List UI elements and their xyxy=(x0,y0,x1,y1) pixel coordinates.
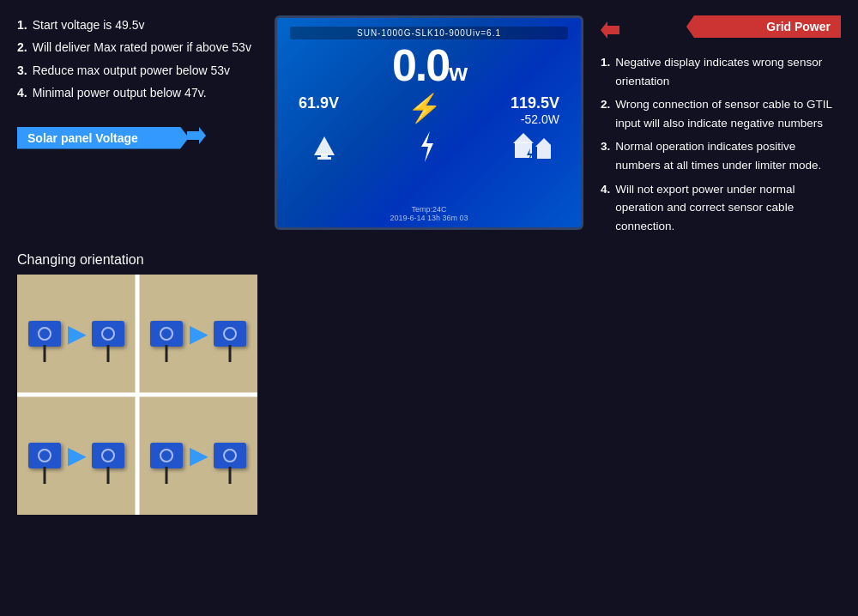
list-item: 4. Will not export power under normal op… xyxy=(601,180,841,236)
sensor-block-tl xyxy=(28,321,61,347)
sensor-block-br xyxy=(150,443,183,468)
metric-center: ⚡ xyxy=(408,94,442,122)
list-text: Negative display indicates wrong sensor … xyxy=(615,53,841,90)
grid-cell-br: ▶ xyxy=(139,396,257,515)
footer-line1: Temp:24C xyxy=(277,205,581,214)
list-text: Start voltage is 49.5v xyxy=(33,15,145,34)
grid-cell-bl: ▶ xyxy=(17,396,136,515)
list-text: Normal operation indicates positive numb… xyxy=(615,137,841,174)
list-item: 3. Reduce max output power below 53v xyxy=(17,61,257,80)
arrow-tl: ▶ xyxy=(68,321,85,347)
orientation-label: Changing orientation xyxy=(17,252,275,268)
list-num: 1. xyxy=(601,53,610,90)
list-item: 2. Wrong connection of sensor cable to G… xyxy=(601,95,841,132)
footer-line2: 2019-6-14 13h 36m 03 xyxy=(277,214,581,222)
metric-right: 119.5V -52.0W xyxy=(511,94,559,126)
arrow-right-icon xyxy=(187,126,206,145)
list-item: 2. Will deliver Max rated power if above… xyxy=(17,38,257,57)
list-text: Wrong connection of sensor cable to GTIL… xyxy=(615,95,841,132)
bottom-left: Changing orientation ▶ xyxy=(17,249,275,607)
svg-rect-3 xyxy=(317,157,331,160)
right-list: 1. Negative display indicates wrong sens… xyxy=(601,53,841,240)
sensor-block-tl2 xyxy=(92,321,124,347)
metric-left-value: 61.9V xyxy=(299,94,339,112)
svg-marker-4 xyxy=(421,131,433,162)
sensor-block-bl2 xyxy=(92,443,124,468)
arrow-left-icon xyxy=(601,21,619,39)
list-item: 3. Normal operation indicates positive n… xyxy=(601,137,841,174)
sensor-block-tr xyxy=(150,321,183,347)
solar-panel-label: Solar panel Voltage xyxy=(17,127,189,149)
left-column: 1. Start voltage is 49.5v 2. Will delive… xyxy=(17,15,257,240)
grid-cell-tr: ▶ xyxy=(139,275,257,393)
metric-right-value2: -52.0W xyxy=(511,112,559,126)
panel-icon xyxy=(307,130,341,170)
top-section: 1. Start voltage is 49.5v 2. Will delive… xyxy=(0,0,858,249)
sensor-block-br2 xyxy=(214,443,246,468)
metrics-row: 61.9V ⚡ 119.5V -52.0W xyxy=(290,94,568,126)
metric-left: 61.9V xyxy=(299,94,339,112)
svg-marker-0 xyxy=(187,127,206,144)
list-item: 1. Negative display indicates wrong sens… xyxy=(601,53,841,90)
sensor-block-bl xyxy=(28,443,61,468)
display-screen: SUN-1000G-SLK10-900Uiv=6.1 0.0w 61.9V ⚡ … xyxy=(275,15,583,230)
list-num: 1. xyxy=(17,15,27,34)
sensor-block-tr2 xyxy=(214,321,246,347)
center-column: SUN-1000G-SLK10-900Uiv=6.1 0.0w 61.9V ⚡ … xyxy=(275,15,583,240)
svg-rect-8 xyxy=(537,147,551,159)
list-item: 1. Start voltage is 49.5v xyxy=(17,15,257,34)
list-num: 4. xyxy=(601,180,610,236)
power-unit: w xyxy=(449,59,466,86)
lightning-icon: ⚡ xyxy=(408,94,442,122)
arrow-bl: ▶ xyxy=(68,443,85,469)
list-text: Reduce max output power below 53v xyxy=(33,61,230,80)
top-left-list: 1. Start voltage is 49.5v 2. Will delive… xyxy=(17,15,257,106)
bottom-section: Changing orientation ▶ xyxy=(0,249,858,616)
list-num: 4. xyxy=(17,83,27,102)
list-num: 2. xyxy=(601,95,610,132)
power-value: 0.0 xyxy=(392,40,449,90)
right-column: Grid Power 1. Negative display indicates… xyxy=(601,15,841,240)
list-text: Will deliver Max rated power if above 53… xyxy=(33,38,251,57)
list-num: 3. xyxy=(17,61,27,80)
orientation-grid: ▶ ▶ xyxy=(17,275,257,515)
main-container: 1. Start voltage is 49.5v 2. Will delive… xyxy=(0,0,858,616)
svg-marker-1 xyxy=(314,136,335,155)
svg-marker-10 xyxy=(601,21,619,39)
screen-header: SUN-1000G-SLK10-900Uiv=6.1 xyxy=(290,27,568,39)
list-num: 2. xyxy=(17,38,27,57)
metric-right-value1: 119.5V xyxy=(511,94,559,112)
list-item: 4. Minimal power output below 47v. xyxy=(17,83,257,102)
bottom-right xyxy=(292,249,841,607)
list-text: Will not export power under normal opera… xyxy=(615,180,841,236)
arrow-br: ▶ xyxy=(190,443,207,469)
horizontal-divider xyxy=(17,393,257,397)
arrow-tr: ▶ xyxy=(190,321,207,347)
grid-icon xyxy=(513,130,551,170)
list-text: Minimal power output below 47v. xyxy=(33,83,207,102)
grid-cell-tl: ▶ xyxy=(17,275,136,393)
grid-power-label: Grid Power xyxy=(686,15,841,38)
icon-row xyxy=(290,126,568,170)
svg-marker-6 xyxy=(513,133,534,143)
screen-footer: Temp:24C 2019-6-14 13h 36m 03 xyxy=(277,205,581,222)
lightning-center-icon xyxy=(414,130,440,170)
list-num: 3. xyxy=(601,137,610,174)
power-display: 0.0w xyxy=(290,43,568,88)
svg-marker-7 xyxy=(535,138,551,147)
